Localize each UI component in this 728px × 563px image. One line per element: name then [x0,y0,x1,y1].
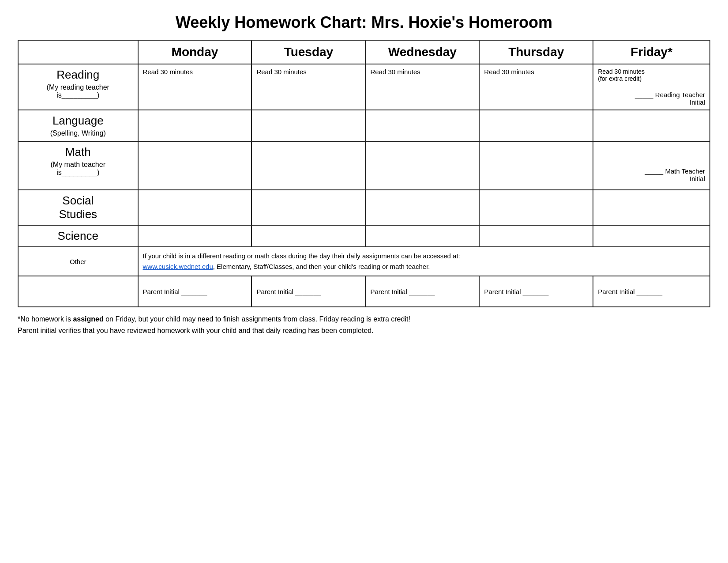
page-title: Weekly Homework Chart: Mrs. Hoxie's Home… [18,13,710,32]
parent-initial-thursday: Parent Initial _______ [479,276,593,307]
table-header-row: Monday Tuesday Wednesday Thursday Friday… [18,40,710,64]
reading-teacher-initial: _____ Reading Teacher Initial [598,91,705,106]
social-label: Social [62,194,94,207]
science-thursday [479,225,593,247]
social-tuesday [251,190,365,225]
social-thursday [479,190,593,225]
reading-friday-line2: (for extra credit) [598,75,642,82]
table-row-parent-initial: Parent Initial _______ Parent Initial __… [18,276,710,307]
language-wednesday [365,110,479,141]
header-monday: Monday [138,40,252,64]
math-sub2: is_________) [23,169,133,177]
science-monday [138,225,252,247]
reading-wednesday: Read 30 minutes [365,64,479,110]
math-monday [138,141,252,190]
table-row-math: Math (My math teacher is_________) _____… [18,141,710,190]
other-info-text1: If your child is in a different reading … [143,252,460,260]
other-info: If your child is in a different reading … [143,251,705,272]
math-teacher-label: Math Teacher [665,167,705,175]
language-monday [138,110,252,141]
math-label: Math [65,145,91,159]
header-subject [18,40,138,64]
reading-monday: Read 30 minutes [138,64,252,110]
math-tuesday [251,141,365,190]
parent-initial-tuesday: Parent Initial _______ [251,276,365,307]
reading-thursday: Read 30 minutes [479,64,593,110]
footer-bold: assigned [73,315,103,323]
math-thursday [479,141,593,190]
reading-teacher-label: Reading Teacher [655,91,705,98]
science-wednesday [365,225,479,247]
math-sub1: (My math teacher [23,161,133,169]
table-row-reading: Reading (My reading teacher is_________)… [18,64,710,110]
science-friday [593,225,710,247]
subject-language: Language (Spelling, Writing) [18,110,138,141]
reading-sub1: (My reading teacher [23,83,133,91]
language-label: Language [53,114,104,127]
homework-table: Monday Tuesday Wednesday Thursday Friday… [18,40,710,307]
footer-line1: *No homework is assigned on Friday, but … [18,314,710,325]
reading-friday-line1: Read 30 minutes [598,68,645,75]
table-row-language: Language (Spelling, Writing) [18,110,710,141]
footer-suffix: on Friday, but your child may need to fi… [104,315,410,323]
social-wednesday [365,190,479,225]
language-tuesday [251,110,365,141]
social-friday [593,190,710,225]
subject-social-studies: Social Studies [18,190,138,225]
science-tuesday [251,225,365,247]
subject-other: Other [18,247,138,276]
footer-prefix: *No homework is [18,315,73,323]
other-info-text2: , Elementary, Staff/Classes, and then yo… [213,263,430,270]
header-tuesday: Tuesday [251,40,365,64]
parent-initial-blank [18,276,138,307]
language-friday [593,110,710,141]
reading-label: Reading [56,68,99,81]
footer: *No homework is assigned on Friday, but … [18,314,710,336]
math-wednesday [365,141,479,190]
table-row-science: Science [18,225,710,247]
math-friday: _____ Math Teacher Initial [593,141,710,190]
reading-initial-label: Initial [690,98,705,106]
math-initial-label: Initial [690,175,705,182]
parent-initial-monday: Parent Initial _______ [138,276,252,307]
subject-reading: Reading (My reading teacher is_________) [18,64,138,110]
header-wednesday: Wednesday [365,40,479,64]
language-thursday [479,110,593,141]
reading-friday: Read 30 minutes (for extra credit) _____… [593,64,710,110]
subject-science: Science [18,225,138,247]
subject-math: Math (My math teacher is_________) [18,141,138,190]
reading-blank-line: _____ [635,91,655,98]
parent-initial-friday: Parent Initial _______ [593,276,710,307]
footer-line2: Parent initial verifies that you have re… [18,325,710,336]
science-label: Science [58,229,99,242]
parent-initial-wednesday: Parent Initial _______ [365,276,479,307]
language-sub1: (Spelling, Writing) [23,129,133,137]
header-friday: Friday* [593,40,710,64]
reading-sub2: is_________) [23,91,133,99]
table-row-other: Other If your child is in a different re… [18,247,710,276]
social-label2: Studies [59,208,97,221]
reading-tuesday: Read 30 minutes [251,64,365,110]
table-row-social-studies: Social Studies [18,190,710,225]
header-thursday: Thursday [479,40,593,64]
other-link[interactable]: www.cusick.wednet.edu [143,263,213,270]
math-teacher-initial: _____ Math Teacher Initial [598,167,705,182]
math-blank-line: _____ [645,167,665,175]
social-monday [138,190,252,225]
other-info-cell: If your child is in a different reading … [138,247,710,276]
other-label: Other [70,258,86,265]
